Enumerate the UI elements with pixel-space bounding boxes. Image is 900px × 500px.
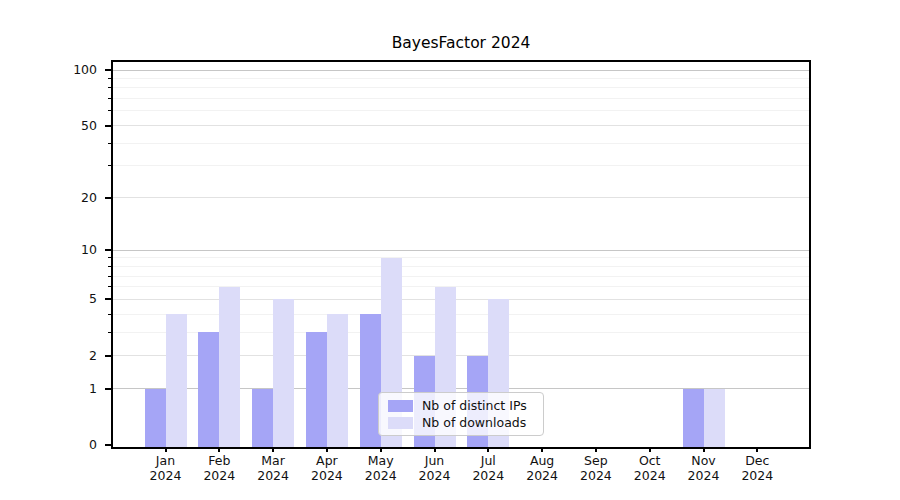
y-minor-tick-mark [108,314,111,315]
x-tick-mark [541,447,543,452]
y-minor-tick-mark [108,276,111,277]
x-tick-mark [756,447,758,452]
y-tick-label: 5 [53,291,97,307]
y-minor-gridline [113,286,809,287]
y-minor-gridline [113,143,809,144]
bar-distinct-ips [252,389,273,447]
y-minor-gridline [113,87,809,88]
y-major-gridline [113,197,809,198]
legend-label-distinct-ips: Nb of distinct IPs [422,398,527,414]
legend-item-downloads: Nb of downloads [388,415,535,431]
y-tick-mark [105,355,111,357]
y-tick-label: 20 [53,190,97,206]
x-tick-mark [326,447,328,452]
y-tick-label: 50 [53,118,97,134]
legend: Nb of distinct IPs Nb of downloads [378,392,544,436]
legend-swatch-distinct-ips-icon [388,400,413,412]
y-decade-gridline [113,250,809,251]
y-minor-gridline [113,98,809,99]
y-minor-tick-mark [108,110,111,111]
y-minor-tick-mark [108,78,111,79]
x-tick-mark [595,447,597,452]
legend-label-downloads: Nb of downloads [422,415,526,431]
y-tick-mark [105,197,111,199]
legend-swatch-downloads-icon [388,417,413,429]
y-major-gridline [113,299,809,300]
y-minor-tick-mark [108,332,111,333]
y-minor-gridline [113,78,809,79]
y-minor-gridline [113,314,809,315]
y-minor-gridline [113,110,809,111]
y-minor-gridline [113,266,809,267]
y-decade-gridline [113,70,809,71]
y-tick-label: 10 [53,242,97,258]
y-tick-label: 1 [53,381,97,397]
bar-downloads [704,389,725,447]
y-minor-tick-mark [108,266,111,267]
bar-distinct-ips [306,332,327,447]
x-tick-mark [703,447,705,452]
y-minor-tick-mark [108,257,111,258]
bar-distinct-ips [145,389,166,447]
y-tick-mark [105,69,111,71]
x-tick-mark [165,447,167,452]
y-minor-tick-mark [108,87,111,88]
y-tick-mark [105,298,111,300]
y-tick-label: 100 [53,62,97,78]
y-minor-gridline [113,257,809,258]
y-tick-label: 0 [53,437,97,453]
bar-downloads [166,314,187,447]
y-minor-gridline [113,276,809,277]
y-minor-tick-mark [108,165,111,166]
y-tick-mark [105,249,111,251]
legend-item-distinct-ips: Nb of distinct IPs [388,398,535,414]
x-tick-mark [380,447,382,452]
x-tick-mark [434,447,436,452]
y-minor-tick-mark [108,98,111,99]
x-tick-mark [649,447,651,452]
x-tick-mark [272,447,274,452]
figure: BayesFactor 2024 0125102050100Jan 2024Fe… [0,0,900,500]
x-tick-mark [487,447,489,452]
y-minor-gridline [113,165,809,166]
y-tick-mark [105,125,111,127]
y-minor-tick-mark [108,286,111,287]
y-tick-label: 2 [53,348,97,364]
bar-downloads [219,287,240,447]
y-tick-mark [105,444,111,446]
bar-distinct-ips [683,389,704,447]
y-tick-mark [105,388,111,390]
bar-downloads [273,299,294,447]
y-minor-tick-mark [108,143,111,144]
x-tick-mark [218,447,220,452]
bar-distinct-ips [198,332,219,447]
y-major-gridline [113,125,809,126]
x-tick-label: Dec 2024 [725,453,789,483]
bar-downloads [327,314,348,447]
